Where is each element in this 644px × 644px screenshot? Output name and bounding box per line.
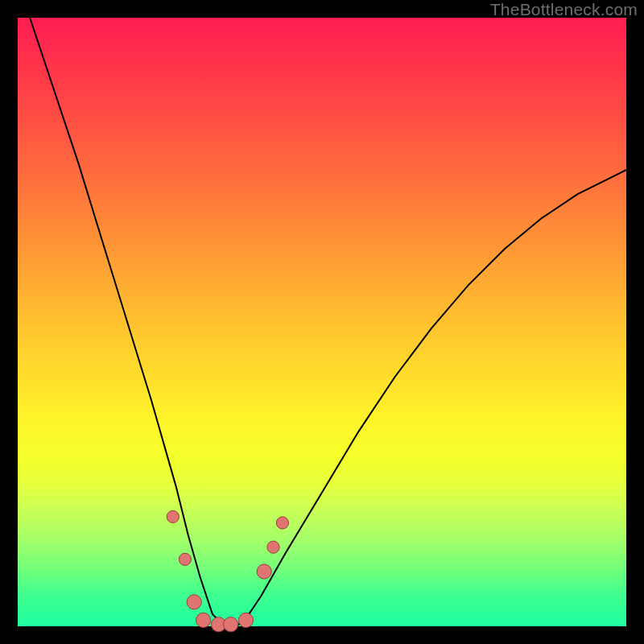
marker-right-lower (257, 564, 271, 579)
markers-group (167, 510, 288, 632)
marker-right-upper (276, 517, 288, 529)
marker-left-lower (187, 595, 201, 609)
marker-right-mid (267, 541, 279, 553)
marker-bottom-mid-2 (224, 617, 238, 632)
marker-bottom-right (238, 613, 253, 627)
curve-group (30, 18, 626, 626)
bottleneck-curve (30, 18, 626, 626)
marker-left-upper (167, 510, 179, 522)
watermark-text: TheBottleneck.com (490, 0, 638, 19)
marker-left-mid (179, 553, 191, 565)
chart-svg (18, 18, 626, 626)
marker-bottom-left (196, 613, 211, 627)
chart-frame (18, 18, 626, 626)
